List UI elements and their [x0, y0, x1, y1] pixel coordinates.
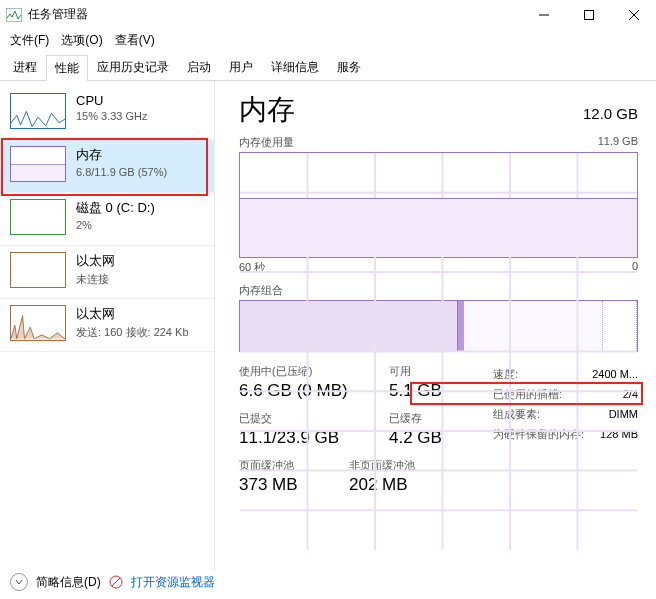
resmon-icon	[109, 575, 123, 589]
menu-view[interactable]: 查看(V)	[109, 30, 161, 51]
menu-file[interactable]: 文件(F)	[4, 30, 55, 51]
maximize-button[interactable]	[566, 0, 611, 30]
main-panel: 内存 12.0 GB 内存使用量 11.9 GB	[215, 81, 656, 571]
tab-processes[interactable]: 进程	[4, 54, 46, 80]
body: CPU 15% 3.33 GHz 内存 6.8/11.9 GB (57%) 磁盘…	[0, 81, 656, 571]
menubar: 文件(F) 选项(O) 查看(V)	[0, 30, 656, 50]
tab-details[interactable]: 详细信息	[262, 54, 328, 80]
sidebar-item-ethernet-1[interactable]: 以太网 发送: 160 接收: 224 Kb	[0, 299, 214, 352]
tab-performance[interactable]: 性能	[46, 55, 88, 81]
disk-sparkline-icon	[10, 199, 66, 235]
usage-graph-label: 内存使用量	[239, 135, 294, 150]
sidebar-item-label: 磁盘 0 (C: D:)	[76, 199, 155, 217]
sidebar-item-cpu[interactable]: CPU 15% 3.33 GHz	[0, 87, 214, 140]
tab-startup[interactable]: 启动	[178, 54, 220, 80]
memory-total: 12.0 GB	[583, 105, 638, 122]
titlebar: 任务管理器	[0, 0, 656, 30]
collapse-button[interactable]	[10, 573, 28, 591]
sidebar-item-sub: 未连接	[76, 272, 115, 287]
svg-rect-2	[584, 10, 593, 19]
window-title: 任务管理器	[28, 6, 521, 23]
menu-options[interactable]: 选项(O)	[55, 30, 108, 51]
tab-users[interactable]: 用户	[220, 54, 262, 80]
fewer-details-link[interactable]: 简略信息(D)	[36, 574, 101, 591]
open-resmon-link[interactable]: 打开资源监视器	[131, 574, 215, 591]
footer: 简略信息(D) 打开资源监视器	[10, 573, 215, 591]
cpu-sparkline-icon	[10, 93, 66, 129]
page-title: 内存	[239, 91, 295, 129]
sidebar-item-label: CPU	[76, 93, 148, 108]
sidebar-item-memory[interactable]: 内存 6.8/11.9 GB (57%)	[0, 140, 214, 193]
sidebar: CPU 15% 3.33 GHz 内存 6.8/11.9 GB (57%) 磁盘…	[0, 81, 215, 571]
sidebar-item-label: 以太网	[76, 252, 115, 270]
svg-rect-0	[6, 8, 22, 22]
sidebar-item-label: 以太网	[76, 305, 189, 323]
sidebar-item-sub: 2%	[76, 219, 155, 231]
sidebar-item-label: 内存	[76, 146, 167, 164]
sidebar-item-sub: 15% 3.33 GHz	[76, 110, 148, 122]
tab-services[interactable]: 服务	[328, 54, 370, 80]
sidebar-item-sub: 发送: 160 接收: 224 Kb	[76, 325, 189, 340]
tab-app-history[interactable]: 应用历史记录	[88, 54, 178, 80]
app-icon	[6, 8, 22, 22]
memory-sparkline-icon	[10, 146, 66, 182]
ethernet-sparkline-icon	[10, 305, 66, 341]
ethernet-sparkline-icon	[10, 252, 66, 288]
memory-usage-graph[interactable]	[239, 152, 638, 258]
minimize-button[interactable]	[521, 0, 566, 30]
chevron-down-icon	[15, 578, 23, 586]
sidebar-item-ethernet-0[interactable]: 以太网 未连接	[0, 246, 214, 299]
close-button[interactable]	[611, 0, 656, 30]
usage-graph-max: 11.9 GB	[598, 135, 638, 150]
tab-bar: 进程 性能 应用历史记录 启动 用户 详细信息 服务	[0, 50, 656, 81]
sidebar-item-disk[interactable]: 磁盘 0 (C: D:) 2%	[0, 193, 214, 246]
svg-line-19	[112, 578, 120, 586]
graph-fill	[240, 198, 637, 257]
sidebar-item-sub: 6.8/11.9 GB (57%)	[76, 166, 167, 178]
